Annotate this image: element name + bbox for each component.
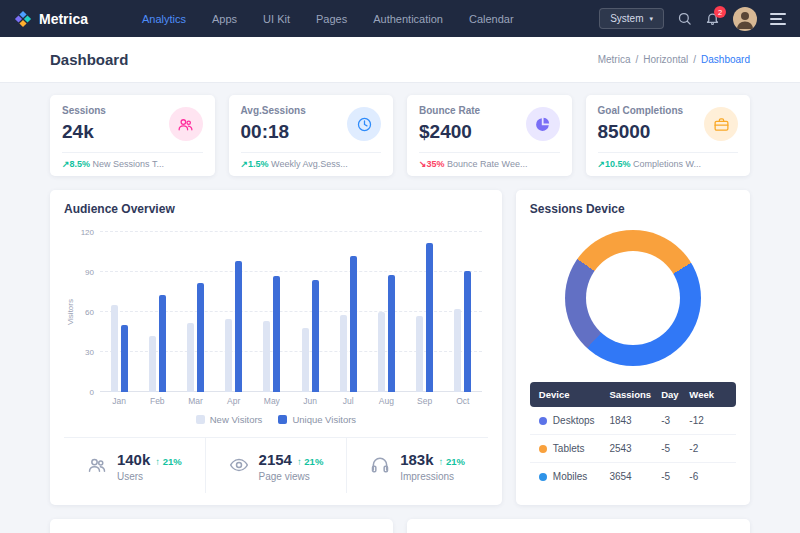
search-button[interactable] [677, 11, 692, 26]
bar-unique-visitors [426, 243, 433, 392]
nav-item-apps[interactable]: Apps [212, 13, 237, 25]
device-table-row-desktops: Desktops1843-3-12 [530, 407, 736, 435]
bar-new-visitors [416, 316, 423, 392]
audience-stat-value: 2154 [259, 451, 292, 468]
system-dropdown[interactable]: System ▾ [599, 8, 664, 29]
breadcrumb-item-horizontal[interactable]: Horizontal [643, 54, 688, 65]
nav-item-authentication[interactable]: Authentication [373, 13, 443, 25]
stat-card-footer: ↗8.5% New Sessions T... [62, 152, 203, 176]
bar-unique-visitors [159, 295, 166, 392]
device-sassions: 3654 [609, 471, 661, 482]
bar-group-apr [215, 232, 253, 392]
legend-swatch [278, 415, 287, 424]
hamburger-menu-icon[interactable] [770, 13, 786, 25]
bar-new-visitors [111, 305, 118, 392]
device-table-header: DeviceSassionsDayWeek [530, 382, 736, 407]
bar-group-oct [444, 232, 482, 392]
bar-new-visitors [340, 315, 347, 392]
device-sassions: 2543 [609, 443, 661, 454]
x-tick-label: Jul [329, 396, 367, 406]
device-week: -6 [689, 471, 727, 482]
bar-unique-visitors [197, 283, 204, 392]
bar-new-visitors [302, 328, 309, 392]
stat-card-desc: Completions W... [633, 159, 701, 169]
audience-stats-row: 140k↑ 21%Users2154↑ 21%Page views183k↑ 2… [64, 437, 488, 493]
x-tick-label: Apr [215, 396, 253, 406]
trend-down-icon: ↘35% [419, 159, 445, 169]
x-tick-label: Jun [291, 396, 329, 406]
device-week: -2 [689, 443, 727, 454]
bar-new-visitors [263, 321, 270, 392]
brand-name: Metrica [39, 11, 88, 27]
audience-overview-card: Audience Overview Visitors 0306090120 Ja… [50, 190, 502, 505]
stat-card-desc: New Sessions T... [93, 159, 164, 169]
audience-stat-delta: ↑ 21% [439, 456, 465, 467]
audience-overview-title: Audience Overview [64, 202, 488, 216]
bar-group-jan [100, 232, 138, 392]
audience-stat-delta: ↑ 21% [155, 456, 181, 467]
audience-bar-chart: Visitors 0306090120 [64, 232, 488, 392]
device-name: Tablets [539, 443, 610, 454]
nav-item-calendar[interactable]: Calendar [469, 13, 514, 25]
brand-logo[interactable]: Metrica [14, 10, 142, 28]
audience-stat-page-views: 2154↑ 21%Page views [205, 438, 347, 493]
legend-item-new-visitors[interactable]: New Visitors [196, 414, 263, 425]
stat-card-title: Sessions [62, 105, 106, 116]
device-table-col-day: Day [661, 389, 689, 400]
search-icon [677, 11, 692, 26]
x-tick-label: Sep [406, 396, 444, 406]
stat-card-row: Sessions24k↗8.5% New Sessions T...Avg.Se… [50, 95, 750, 176]
user-avatar[interactable] [733, 7, 757, 31]
chart-legend: New VisitorsUnique Visitors [64, 414, 488, 425]
stat-card-value: 85000 [598, 121, 684, 143]
stat-card-desc: Bounce Rate Wee... [447, 159, 527, 169]
bar-unique-visitors [235, 261, 242, 392]
device-dot [539, 417, 547, 425]
x-tick-label: Feb [138, 396, 176, 406]
notifications-button[interactable]: 2 [705, 11, 720, 26]
stat-card-value: 00:18 [241, 121, 306, 143]
breadcrumb-separator: / [693, 54, 696, 65]
pie-icon [526, 107, 560, 141]
chevron-down-icon: ▾ [649, 15, 653, 23]
main-nav: AnalyticsAppsUI KitPagesAuthenticationCa… [142, 13, 514, 25]
stat-card-sessions: Sessions24k↗8.5% New Sessions T... [50, 95, 215, 176]
bar-new-visitors [454, 309, 461, 392]
users-icon [169, 107, 203, 141]
x-tick-label: Mar [176, 396, 214, 406]
audience-stat-users: 140k↑ 21%Users [64, 438, 205, 493]
headphones-icon [370, 455, 390, 479]
device-day: -5 [661, 443, 689, 454]
device-name: Mobiles [539, 471, 610, 482]
chart-y-axis-label: Visitors [66, 299, 75, 325]
stat-card-footer: ↘35% Bounce Rate Wee... [419, 152, 560, 176]
nav-item-analytics[interactable]: Analytics [142, 13, 186, 25]
stat-card-title: Avg.Sessions [241, 105, 306, 116]
bar-unique-visitors [350, 256, 357, 392]
device-day: -3 [661, 415, 689, 426]
legend-swatch [196, 415, 205, 424]
system-dropdown-label: System [610, 13, 643, 24]
device-dot [539, 473, 547, 481]
bar-new-visitors [187, 323, 194, 392]
stat-card-value: $2400 [419, 121, 480, 143]
audience-stat-value: 140k [117, 451, 150, 468]
breadcrumb-item-dashboard[interactable]: Dashboard [701, 54, 750, 65]
audience-stat-label: Page views [259, 471, 324, 482]
nav-item-ui-kit[interactable]: UI Kit [263, 13, 290, 25]
device-table-row-tablets: Tablets2543-5-2 [530, 435, 736, 463]
nav-item-pages[interactable]: Pages [316, 13, 347, 25]
breadcrumb-item-metrica[interactable]: Metrica [598, 54, 631, 65]
bar-new-visitors [149, 336, 156, 392]
chart-x-axis: JanFebMarAprMayJunJulAugSepOct [100, 396, 488, 406]
stat-card-title: Bounce Rate [419, 105, 480, 116]
bar-unique-visitors [388, 275, 395, 392]
stat-card-footer: ↗10.5% Completions W... [598, 152, 739, 176]
device-dot [539, 445, 547, 453]
audience-stat-label: Users [117, 471, 182, 482]
device-table-col-week: Week [689, 389, 727, 400]
device-table-row-mobiles: Mobiles3654-5-6 [530, 463, 736, 490]
device-week: -12 [689, 415, 727, 426]
legend-item-unique-visitors[interactable]: Unique Visitors [278, 414, 356, 425]
bar-unique-visitors [121, 325, 128, 392]
